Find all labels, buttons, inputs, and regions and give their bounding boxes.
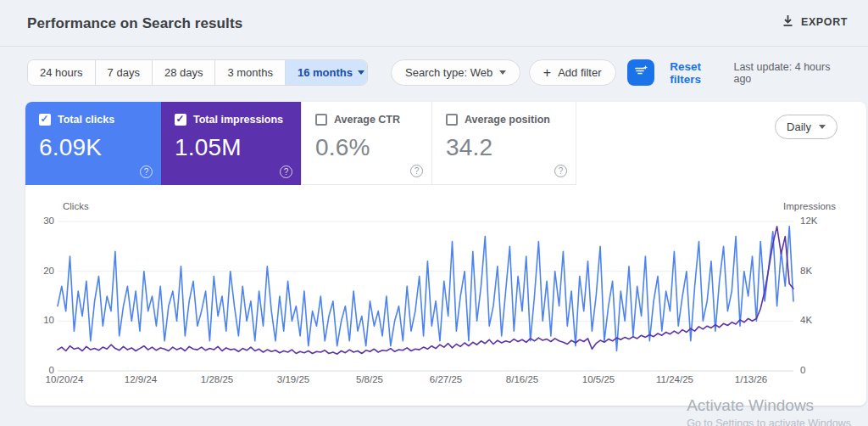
- granularity-label: Daily: [787, 121, 811, 133]
- axis-tick-label: 8K: [800, 266, 812, 276]
- tab-average-ctr[interactable]: Average CTR 0.6% ?: [301, 102, 432, 185]
- chevron-down-icon: [358, 70, 364, 75]
- axis-tick-label: 10: [29, 315, 54, 325]
- chevron-down-icon: [499, 70, 506, 75]
- chip-label: 3 months: [227, 66, 272, 79]
- performance-card: Total clicks 6.09K ? Total impressions 1…: [25, 102, 866, 406]
- export-label: EXPORT: [801, 16, 848, 28]
- tab-total-clicks[interactable]: Total clicks 6.09K ?: [25, 102, 161, 185]
- date-range-3-months[interactable]: 3 months: [214, 60, 284, 85]
- axis-tick-label: 10/20/24: [46, 374, 84, 384]
- axis-tick-label: 1/28/25: [201, 374, 233, 384]
- chip-label: 16 months: [298, 66, 353, 79]
- date-range-7-days[interactable]: 7 days: [95, 60, 152, 85]
- filter-bar: 24 hours 7 days 28 days 3 months 16 mont…: [27, 59, 848, 86]
- chip-label: 24 hours: [40, 66, 83, 79]
- add-filter-button[interactable]: + Add filter: [529, 59, 616, 86]
- download-icon: [782, 14, 794, 30]
- metric-tabs: Total clicks 6.09K ? Total impressions 1…: [25, 102, 576, 185]
- axis-tick-label: 11/24/25: [656, 374, 693, 384]
- chip-label: 28 days: [164, 66, 203, 79]
- help-icon[interactable]: ?: [554, 165, 567, 177]
- tab-average-position[interactable]: Average position 34.2 ?: [432, 102, 576, 185]
- axis-tick-label: 12K: [800, 216, 817, 226]
- axis-tick-label: 30: [29, 216, 54, 226]
- page-title: Performance on Search results: [27, 15, 242, 32]
- metric-label: Average position: [465, 114, 550, 126]
- metric-value: 34.2: [446, 134, 562, 161]
- search-type-label: Search type: Web: [405, 66, 492, 79]
- metric-label: Total impressions: [193, 114, 283, 126]
- plus-icon: +: [543, 65, 551, 81]
- help-icon[interactable]: ?: [140, 165, 153, 178]
- chevron-down-icon: [819, 125, 826, 129]
- metric-value: 1.05M: [175, 134, 287, 161]
- page-header: Performance on Search results EXPORT: [0, 0, 868, 47]
- axis-tick-label: 10/5/25: [582, 374, 615, 384]
- timeseries-chart[interactable]: Clicks Impressions 3020100 12K8K4K0 10/2…: [25, 199, 866, 406]
- metric-label: Average CTR: [334, 114, 400, 126]
- axis-tick-label: 1/13/26: [735, 374, 767, 384]
- metric-label: Total clicks: [58, 114, 114, 126]
- chip-label: 7 days: [108, 66, 140, 79]
- checkbox-total-impressions[interactable]: [175, 114, 186, 126]
- metric-value: 6.09K: [39, 134, 147, 161]
- metric-value: 0.6%: [315, 134, 418, 161]
- granularity-dropdown[interactable]: Daily: [775, 115, 837, 139]
- add-filter-label: Add filter: [558, 66, 601, 79]
- axis-tick-label: 6/27/25: [430, 374, 462, 384]
- axis-tick-label: 12/9/24: [125, 374, 157, 384]
- watermark-line2: Go to Settings to activate Windows: [687, 418, 851, 426]
- axis-tick-label: 4K: [800, 315, 812, 325]
- axis-tick-label: 3/19/25: [277, 374, 309, 384]
- filter-tune-button[interactable]: [627, 59, 654, 86]
- axis-tick-label: 5/8/25: [356, 374, 383, 384]
- date-range-16-months[interactable]: 16 months: [285, 60, 368, 85]
- checkbox-average-position[interactable]: [446, 114, 458, 126]
- help-icon[interactable]: ?: [280, 165, 292, 178]
- axis-tick-label: 20: [29, 266, 54, 276]
- date-range-group: 24 hours 7 days 28 days 3 months 16 mont…: [27, 59, 368, 86]
- date-range-24-hours[interactable]: 24 hours: [28, 60, 95, 85]
- last-update-text: Last update: 4 hours ago: [733, 61, 848, 85]
- axis-tick-label: 8/16/25: [506, 374, 538, 384]
- checkbox-average-ctr[interactable]: [315, 114, 327, 126]
- tab-total-impressions[interactable]: Total impressions 1.05M ?: [161, 102, 301, 185]
- date-range-28-days[interactable]: 28 days: [152, 60, 215, 85]
- reset-filters-link[interactable]: Reset filters: [670, 60, 733, 86]
- search-type-dropdown[interactable]: Search type: Web: [391, 59, 520, 86]
- help-icon[interactable]: ?: [410, 165, 423, 177]
- right-axis-title: Impressions: [783, 201, 836, 211]
- export-button[interactable]: EXPORT: [782, 14, 848, 30]
- chart-plot[interactable]: [58, 221, 793, 371]
- axis-tick-label: 0: [800, 365, 805, 375]
- checkbox-total-clicks[interactable]: [39, 114, 51, 126]
- left-axis-title: Clicks: [63, 201, 89, 211]
- tune-sparkle-icon: [634, 64, 648, 81]
